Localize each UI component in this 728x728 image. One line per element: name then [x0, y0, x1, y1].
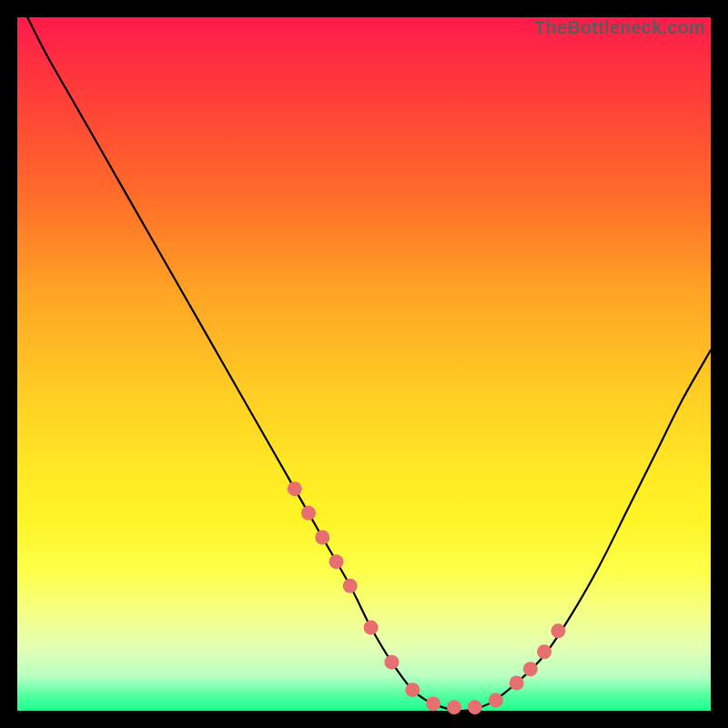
highlight-point [468, 700, 482, 714]
highlight-point [523, 662, 538, 676]
bottleneck-curve [17, 0, 711, 711]
highlight-point [301, 506, 316, 521]
chart-container: TheBottleneck.com [0, 0, 728, 728]
highlight-point [426, 696, 440, 711]
highlight-point [315, 531, 329, 545]
plot-area: TheBottleneck.com [17, 17, 711, 711]
highlight-point [384, 655, 399, 670]
highlight-point [329, 554, 344, 569]
highlight-point [489, 693, 503, 708]
highlight-point [364, 621, 379, 635]
highlight-point [343, 579, 358, 593]
curve-svg [17, 17, 711, 711]
highlight-point [537, 644, 551, 659]
highlighted-points-group [288, 481, 566, 714]
highlight-point [405, 682, 420, 697]
highlight-point [288, 481, 302, 496]
highlight-point [510, 676, 524, 691]
highlight-point [551, 623, 565, 638]
highlight-point [447, 700, 461, 714]
